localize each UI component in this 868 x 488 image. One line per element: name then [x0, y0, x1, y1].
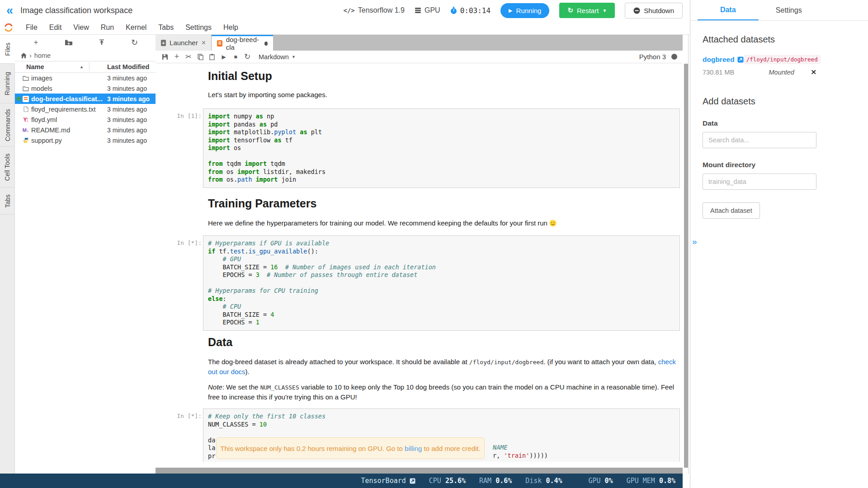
- file-row-images[interactable]: images 3 minutes ago: [15, 73, 156, 83]
- tab-settings[interactable]: Settings: [759, 0, 820, 20]
- code-cell-imports[interactable]: In [1]: import numpy as npimport pandas …: [176, 108, 680, 188]
- chevron-down-icon: ▼: [602, 8, 607, 13]
- file-row-models[interactable]: models 3 minutes ago: [15, 83, 156, 94]
- heading-training-parameters: Training Parameters: [208, 197, 316, 210]
- breadcrumb-home[interactable]: home: [34, 52, 51, 59]
- new-folder-button[interactable]: [62, 37, 75, 48]
- file-row-support-py[interactable]: support.py 3 minutes ago: [15, 135, 156, 145]
- expand-panel-icon[interactable]: »: [692, 237, 697, 247]
- back-chevrons-icon[interactable]: «: [6, 5, 13, 17]
- sort-ascending-icon[interactable]: ▲: [80, 65, 84, 69]
- code-cell-hyperparams[interactable]: In [*]: # Hyperparams if GPU is availabl…: [176, 235, 680, 331]
- file-row-notebook-selected[interactable]: dog-breed-classificat... 3 minutes ago: [15, 94, 156, 104]
- text-file-icon: [21, 106, 30, 112]
- folder-icon: [21, 86, 30, 91]
- menu-settings[interactable]: Settings: [179, 22, 217, 33]
- mount-directory-label: Mount directory: [703, 161, 829, 169]
- new-launcher-button[interactable]: +: [29, 37, 42, 48]
- sidebar-tab-cell-tools[interactable]: Cell Tools: [0, 147, 15, 188]
- launcher-icon: +: [161, 40, 166, 46]
- workspace-controls: </> Tensorflow 1.9 GPU 0:03:14 ▶ Running…: [344, 0, 683, 21]
- column-name[interactable]: Name: [26, 63, 44, 70]
- floydhub-logo-icon: [4, 23, 14, 33]
- restart-kernel-button[interactable]: ↻: [241, 52, 253, 62]
- cpu-metric: CPU25.6%: [429, 477, 466, 485]
- data-field-label: Data: [703, 119, 829, 127]
- dataset-link[interactable]: dogbreed: [703, 56, 744, 64]
- menu-help[interactable]: Help: [217, 22, 244, 33]
- sidebar-tab-tabs[interactable]: Tabs: [0, 188, 15, 215]
- run-cell-button[interactable]: ▶: [218, 52, 230, 62]
- paragraph-setup: Let's start by importing some packages.: [208, 90, 680, 99]
- shutdown-button[interactable]: Shutdown: [625, 3, 683, 19]
- dataset-mount-path: /floyd/input/dogbreed: [744, 55, 821, 64]
- tab-data[interactable]: Data: [698, 0, 759, 20]
- file-row-requirements[interactable]: floyd_requirements.txt 3 minutes ago: [15, 104, 156, 114]
- notebook-toolbar: + ✂ ▶ ■ ↻ Markdown ▼ Python 3: [156, 51, 683, 63]
- python-file-icon: [21, 137, 30, 143]
- restart-icon: ↻: [567, 6, 573, 14]
- search-data-input[interactable]: [703, 132, 816, 148]
- dataset-meta-row: 730.81 MB Mounted ✕: [703, 68, 816, 76]
- horizontal-scrollbar[interactable]: [156, 468, 683, 474]
- upload-icon: [99, 39, 105, 46]
- cut-cells-button[interactable]: ✂: [183, 52, 194, 62]
- notebook-icon: [217, 40, 222, 47]
- menu-items: File Edit View Run Kernel Tabs Settings …: [20, 22, 244, 33]
- menu-kernel[interactable]: Kernel: [120, 22, 152, 33]
- cell-type-dropdown[interactable]: Markdown ▼: [259, 53, 296, 61]
- cell-prompt: In [1]:: [176, 108, 202, 188]
- file-row-readme[interactable]: M↓ README.md 3 minutes ago: [15, 125, 156, 135]
- panel-divider: [688, 35, 689, 474]
- sidebar-tab-commands[interactable]: Commands: [0, 103, 15, 147]
- session-timer: 0:03:14: [450, 6, 491, 15]
- menu-bar: File Edit View Run Kernel Tabs Settings …: [0, 21, 690, 35]
- tensorboard-link[interactable]: TensorBoard: [361, 477, 415, 485]
- sidebar-tab-files[interactable]: Files: [0, 35, 15, 64]
- menu-view[interactable]: View: [67, 22, 94, 33]
- add-cell-button[interactable]: +: [171, 52, 183, 62]
- panel-tabs: Data Settings: [690, 0, 868, 21]
- file-row-floyd-yml[interactable]: Y: floyd.yml 3 minutes ago: [15, 114, 156, 125]
- tab-launcher[interactable]: + Launcher ×: [156, 35, 212, 51]
- environment-label: Tensorflow 1.9: [358, 6, 405, 14]
- dataset-size: 730.81 MB: [703, 69, 752, 76]
- column-last-modified[interactable]: Last Modified: [107, 63, 149, 70]
- vertical-scrollbar[interactable]: [683, 35, 690, 474]
- save-button[interactable]: [159, 52, 171, 62]
- status-bar: TensorBoard CPU25.6% RAM0.6% Disk0.4% GP…: [0, 474, 683, 488]
- restart-button[interactable]: ↻ Restart ▼: [559, 3, 615, 18]
- stop-kernel-button[interactable]: ■: [230, 52, 241, 62]
- attach-dataset-button[interactable]: Attach dataset: [703, 202, 760, 219]
- upload-button[interactable]: [95, 37, 108, 48]
- toast-text: This workspace only has 0.2 hours remain…: [220, 445, 405, 452]
- billing-link[interactable]: billing: [405, 445, 422, 452]
- detach-dataset-icon[interactable]: ✕: [811, 68, 816, 76]
- menu-edit[interactable]: Edit: [43, 22, 68, 33]
- file-list-header: Name ▲ Last Modified: [15, 61, 156, 73]
- refresh-files-button[interactable]: ↻: [128, 37, 141, 48]
- file-browser-panel: + ↻ › home Name ▲ Last Modified: [15, 35, 156, 474]
- menu-run[interactable]: Run: [95, 22, 120, 33]
- scrollbar-thumb[interactable]: [684, 64, 688, 468]
- kernel-name[interactable]: Python 3: [639, 53, 666, 61]
- menu-file[interactable]: File: [20, 22, 43, 33]
- timer-value: 0:03:14: [460, 6, 491, 15]
- tab-notebook-active[interactable]: dog-breed-cla: [212, 35, 273, 51]
- running-button[interactable]: ▶ Running: [500, 3, 549, 18]
- heading-data: Data: [208, 336, 232, 349]
- kernel-busy-indicator[interactable]: [671, 54, 677, 60]
- mount-directory-input[interactable]: [703, 174, 816, 190]
- paste-cells-button[interactable]: [206, 52, 218, 62]
- workspace-title: Image classification workspace: [20, 6, 132, 15]
- gpu-metric: GPU0%: [589, 477, 613, 485]
- new-folder-icon: [65, 39, 73, 46]
- close-icon[interactable]: ×: [202, 39, 206, 47]
- paragraph-note: Note: We set the NUM_CLASSES variable to…: [208, 382, 680, 402]
- menu-tabs[interactable]: Tabs: [152, 22, 179, 33]
- breadcrumb-separator: ›: [29, 52, 32, 59]
- external-link-icon: [410, 478, 415, 484]
- home-icon[interactable]: [21, 53, 27, 58]
- copy-cells-button[interactable]: [194, 52, 206, 62]
- sidebar-tab-running[interactable]: Running: [0, 64, 15, 103]
